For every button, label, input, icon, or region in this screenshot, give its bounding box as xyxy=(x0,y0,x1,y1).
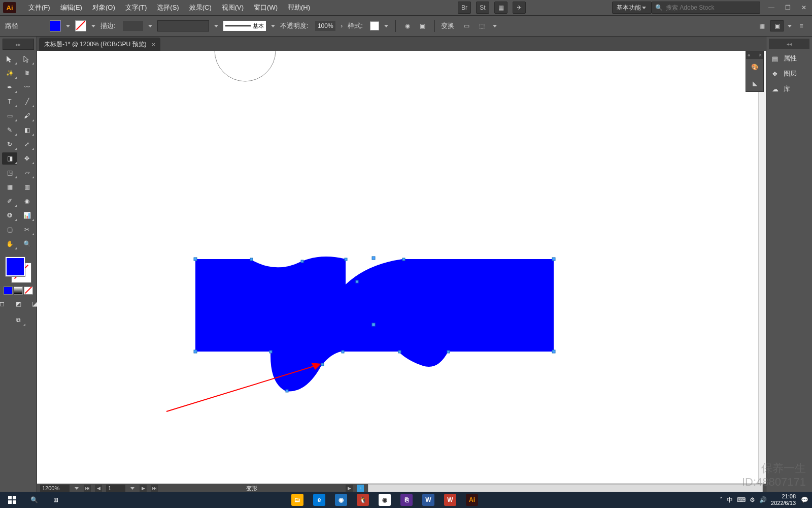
menu-edit[interactable]: 编辑(E) xyxy=(55,1,87,14)
workspace-switcher[interactable]: 基本功能 xyxy=(612,2,652,14)
collapse-icon[interactable]: « xyxy=(748,52,751,58)
system-tray[interactable]: ˄ 中 ⌨ ⚙ 🔊 xyxy=(720,496,767,504)
first-artboard-btn[interactable]: ⏮ xyxy=(84,485,91,492)
align-button[interactable]: ▣ xyxy=(417,20,428,31)
hand-tool[interactable]: ✋ xyxy=(2,238,17,250)
next-artboard-btn[interactable]: ▶ xyxy=(140,485,147,492)
menu-view[interactable]: 视图(V) xyxy=(217,1,249,14)
none-mode-btn[interactable] xyxy=(24,287,33,295)
artboard-tool[interactable]: ▢ xyxy=(2,224,17,236)
tray-settings-icon[interactable]: ⚙ xyxy=(750,496,755,503)
search-button[interactable]: 🔍 xyxy=(24,493,44,507)
menu-type[interactable]: 文字(T) xyxy=(120,1,152,14)
bridge-button[interactable]: Br xyxy=(458,2,471,14)
edge-taskbar-icon[interactable]: e xyxy=(309,493,329,507)
fill-color-swatch[interactable] xyxy=(50,20,61,31)
app2-taskbar-icon[interactable]: ⎘ xyxy=(396,493,417,507)
symbol-sprayer-tool[interactable]: ❂ xyxy=(2,209,17,221)
zoom-tool[interactable]: 🔍 xyxy=(19,238,35,250)
graph-tool[interactable]: 📊 xyxy=(19,209,35,221)
prev-artboard-btn[interactable]: ◀ xyxy=(95,485,102,492)
lasso-tool[interactable]: ᕒ xyxy=(19,67,35,79)
start-button[interactable] xyxy=(2,493,22,507)
brush-dropdown[interactable] xyxy=(270,23,276,29)
eyedropper-tool[interactable]: ✐ xyxy=(2,195,17,207)
shape-options-icon[interactable]: ▭ xyxy=(461,20,472,31)
line-tool[interactable]: ╱ xyxy=(19,96,35,108)
paintbrush-tool[interactable]: 🖌 xyxy=(19,110,35,122)
curvature-tool[interactable]: 〰 xyxy=(19,81,35,93)
recolor-button[interactable]: ◉ xyxy=(402,20,413,31)
menu-select[interactable]: 选择(S) xyxy=(152,1,184,14)
graphic-style-swatch[interactable] xyxy=(370,21,379,30)
menu-help[interactable]: 帮助(H) xyxy=(283,1,315,14)
toolbox-tab[interactable]: ▸▸ xyxy=(3,39,34,50)
transform-button[interactable]: 变换 xyxy=(441,21,454,30)
close-panel-icon[interactable]: × xyxy=(759,52,762,58)
vertical-scrollbar[interactable] xyxy=(758,51,766,484)
tray-ime-icon[interactable]: 中 xyxy=(727,496,733,504)
stroke-color-swatch[interactable] xyxy=(75,20,86,31)
mesh-tool[interactable]: ▦ xyxy=(2,181,17,193)
artboard-index-input[interactable]: 1 xyxy=(106,485,125,492)
stroke-weight-dropdown[interactable] xyxy=(147,23,153,29)
browser-taskbar-icon[interactable]: ◉ xyxy=(331,493,351,507)
rotate-tool[interactable]: ↻ xyxy=(2,138,17,150)
tray-input-icon[interactable]: ⌨ xyxy=(737,496,746,503)
pen-tool[interactable]: ✒ xyxy=(2,81,17,93)
panel-menu-icon[interactable]: ≡ xyxy=(796,20,807,31)
screen-mode-btn[interactable]: ⧉ xyxy=(11,314,26,326)
var-width-dropdown[interactable] xyxy=(213,23,219,29)
close-tab-button[interactable]: × xyxy=(152,41,156,48)
isolate-button[interactable]: ⬚ xyxy=(477,20,488,31)
align-to-dropdown[interactable] xyxy=(787,23,793,29)
taskbar-clock[interactable]: 21:08 2022/6/13 xyxy=(771,493,799,506)
close-button[interactable]: ✕ xyxy=(799,3,809,13)
horizontal-scrollbar[interactable] xyxy=(368,484,763,492)
explorer-taskbar-icon[interactable]: 🗂 xyxy=(287,493,308,507)
arrange-docs-button[interactable]: ▦ xyxy=(494,2,507,14)
blend-tool[interactable]: ◉ xyxy=(19,195,35,207)
gpu-button[interactable]: ✈ xyxy=(513,2,526,14)
draw-behind-btn[interactable]: ◩ xyxy=(11,298,26,310)
notifications-button[interactable]: 💬 xyxy=(799,493,810,507)
document-tab[interactable]: 未标题-1* @ 1200% (RGB/GPU 预览) × xyxy=(39,38,160,51)
eraser-tool[interactable]: ◧ xyxy=(19,124,35,136)
type-tool[interactable]: T xyxy=(2,96,17,108)
opacity-input[interactable]: 100% xyxy=(315,21,335,31)
fill-stroke-swatches[interactable] xyxy=(5,256,32,283)
chrome-taskbar-icon[interactable]: ◉ xyxy=(375,493,395,507)
fill-swatch[interactable] xyxy=(6,257,25,276)
status-play-btn[interactable]: ▶ xyxy=(346,485,353,492)
stroke-weight-input[interactable] xyxy=(123,21,143,31)
draw-normal-btn[interactable]: ◻ xyxy=(0,298,10,310)
libraries-panel-button[interactable]: ☁ 库 xyxy=(766,81,812,97)
menu-file[interactable]: 文件(F) xyxy=(23,1,55,14)
last-artboard-btn[interactable]: ⏭ xyxy=(151,485,158,492)
zoom-level-input[interactable]: 1200% xyxy=(40,485,70,492)
rectangle-tool[interactable]: ▭ xyxy=(2,110,17,122)
status-scroll-right[interactable]: › xyxy=(357,485,364,492)
perspective-tool[interactable]: ▱ xyxy=(19,167,35,179)
layers-panel-button[interactable]: ❖ 图层 xyxy=(766,66,812,81)
gradient-tool[interactable]: ▥ xyxy=(19,181,35,193)
color-panel-button[interactable]: 🎨 xyxy=(746,59,763,75)
shape-builder-tool[interactable]: ◳ xyxy=(2,167,17,179)
slice-tool[interactable]: ✂ xyxy=(19,224,35,236)
scale-tool[interactable]: ⤢ xyxy=(19,138,35,150)
zoom-dropdown[interactable] xyxy=(74,485,80,491)
task-view-button[interactable]: ⊞ xyxy=(46,493,66,507)
app1-taskbar-icon[interactable]: 🐧 xyxy=(353,493,373,507)
opacity-flyout[interactable]: › xyxy=(340,22,344,29)
width-tool[interactable]: ◨ xyxy=(2,152,17,165)
swatches-panel-button[interactable]: ◣ xyxy=(746,75,763,91)
shaper-tool[interactable]: ✎ xyxy=(2,124,17,136)
color-mode-btn[interactable] xyxy=(4,287,13,295)
direct-selection-tool[interactable] xyxy=(19,53,35,65)
stock-button[interactable]: St xyxy=(476,2,489,14)
stroke-dropdown[interactable] xyxy=(90,23,96,29)
right-panel-tab[interactable]: ◂◂ xyxy=(769,39,809,49)
graphic-style-dropdown[interactable] xyxy=(383,23,389,29)
grid-view-icon[interactable]: ▦ xyxy=(756,20,767,31)
menu-object[interactable]: 对象(O) xyxy=(87,1,120,14)
